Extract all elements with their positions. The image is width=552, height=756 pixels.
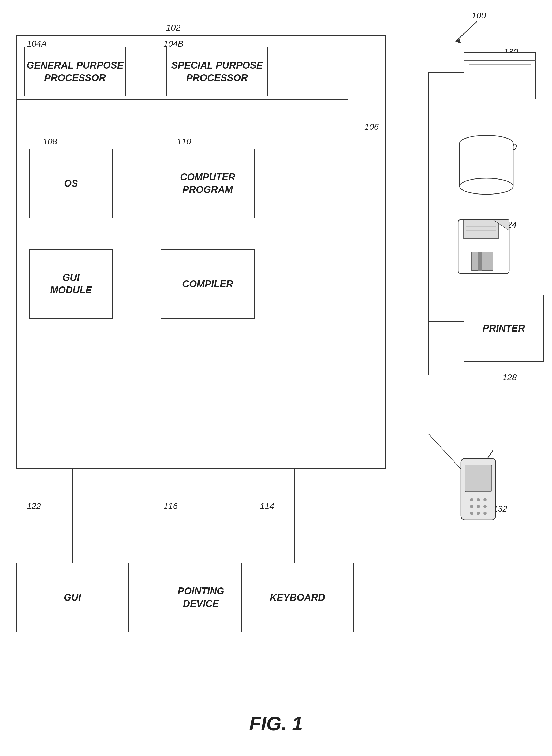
compiler-label: COMPILER — [182, 278, 233, 290]
figure-label: FIG. 1 — [249, 713, 303, 735]
svg-line-0 — [455, 21, 477, 41]
compiler-box: COMPILER — [161, 249, 255, 319]
gpp-box: GENERAL PURPOSEPROCESSOR — [24, 47, 126, 97]
svg-rect-33 — [463, 220, 499, 239]
ref-116: 116 — [163, 501, 178, 511]
gui-label: GUI — [64, 592, 81, 604]
spp-label: SPECIAL PURPOSEPROCESSOR — [171, 59, 263, 85]
svg-point-49 — [477, 512, 480, 515]
ref-108: 108 — [43, 137, 57, 147]
svg-point-47 — [484, 505, 487, 508]
gui-module-label: GUIMODULE — [50, 271, 92, 297]
ref-114: 114 — [260, 501, 274, 511]
svg-point-45 — [470, 505, 473, 508]
keyboard-box: KEYBOARD — [241, 563, 354, 632]
svg-marker-1 — [455, 39, 461, 43]
cylinder-icon — [455, 134, 517, 201]
pointing-device-box: POINTINGDEVICE — [145, 563, 257, 632]
ref-128: 128 — [503, 373, 517, 382]
ref-106: 106 — [365, 122, 379, 132]
ref-110: 110 — [177, 137, 191, 147]
svg-rect-35 — [478, 252, 482, 271]
svg-point-48 — [470, 512, 473, 515]
computer-program-box: COMPUTERPROGRAM — [161, 149, 255, 219]
ref-100: 100 — [471, 11, 486, 21]
os-label: OS — [64, 177, 78, 190]
svg-line-40 — [488, 450, 493, 458]
spp-box: SPECIAL PURPOSEPROCESSOR — [166, 47, 268, 97]
svg-point-43 — [477, 498, 480, 501]
svg-rect-41 — [465, 465, 492, 492]
svg-point-44 — [484, 498, 487, 501]
svg-point-42 — [470, 498, 473, 501]
printer-label: PRINTER — [482, 322, 525, 335]
ref-102: 102 — [166, 23, 180, 33]
cp-label: COMPUTERPROGRAM — [180, 171, 235, 196]
gpp-label: GENERAL PURPOSEPROCESSOR — [26, 59, 123, 85]
svg-point-31 — [459, 178, 513, 194]
svg-point-50 — [484, 512, 487, 515]
phone-icon — [453, 450, 507, 528]
os-box: OS — [29, 149, 113, 219]
gui-box: GUI — [16, 563, 129, 632]
gui-module-box: GUIMODULE — [29, 249, 113, 319]
printer-box: PRINTER — [463, 295, 544, 362]
floppy-icon — [455, 217, 512, 279]
storage-box — [463, 52, 536, 99]
svg-point-46 — [477, 505, 480, 508]
keyboard-label: KEYBOARD — [270, 592, 325, 604]
pointing-device-label: POINTINGDEVICE — [178, 585, 224, 610]
ref-122: 122 — [27, 501, 41, 511]
